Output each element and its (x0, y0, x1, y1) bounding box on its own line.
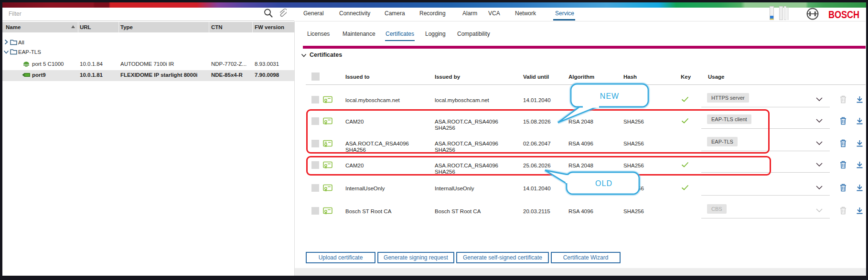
brand-name: BOSCH (828, 9, 859, 21)
usage-dropdown-icon (816, 208, 823, 212)
delete-certificate-icon[interactable] (839, 183, 847, 192)
device-type[interactable]: AUTODOME 7100i IR (120, 61, 174, 67)
section-accent-bar (303, 46, 866, 49)
usage-dropdown-icon[interactable] (816, 97, 823, 101)
new-callout-label: NEW (600, 92, 619, 100)
layout-slider-base (770, 19, 773, 20)
issued-by: Bosch ST Root CA (435, 208, 511, 215)
bosch-brand-color-bar (2, 2, 866, 8)
delete-certificate-icon[interactable] (839, 139, 847, 147)
tab-alarm[interactable]: Alarm (462, 10, 477, 17)
col-algorithm: Algorithm (568, 74, 594, 80)
delete-certificate-icon (839, 206, 847, 215)
download-certificate-icon[interactable] (856, 117, 863, 125)
device-ctn[interactable]: NDP-7702-Z... (211, 61, 246, 67)
device-name[interactable]: port 5 C1000 (32, 61, 64, 67)
folder-icon (10, 49, 17, 55)
download-certificate-icon[interactable] (856, 96, 863, 104)
generate-signing-request-button[interactable]: Generate signing request (377, 252, 454, 263)
collapse-section-icon[interactable] (301, 53, 307, 57)
tab-vca[interactable]: VCA (488, 10, 500, 17)
device-name[interactable]: port9 (32, 72, 46, 78)
download-certificate-icon[interactable] (856, 140, 863, 147)
issued-to: InternalUseOnly (345, 186, 427, 192)
usage-dropdown-icon[interactable] (816, 163, 823, 166)
box-camera-icon (22, 73, 30, 77)
certificate-icon (323, 96, 332, 104)
col-ctn[interactable]: CTN (211, 24, 223, 30)
col-hash: Hash (623, 74, 637, 80)
tab-network[interactable]: Network (515, 10, 536, 17)
delete-certificate-icon[interactable] (839, 116, 847, 125)
valid-until: 14.01.2040 (523, 97, 551, 104)
certificate-icon (323, 207, 332, 215)
subtab-compatibility[interactable]: Compatibility (457, 31, 490, 37)
configuration-manager-window: Filter General Connectivity Camera Recor… (0, 0, 868, 280)
subtab-logging[interactable]: Logging (425, 31, 446, 37)
tab-service[interactable]: Service (555, 10, 574, 17)
usage-value: CBS (707, 204, 727, 214)
col-issued-to: Issued to (345, 74, 369, 80)
old-callout-label: OLD (595, 179, 612, 187)
select-all-checkbox[interactable] (311, 73, 320, 81)
issued-to: Bosch ST Root CA (345, 208, 427, 215)
generate-self-signed-button[interactable]: Generate self-signed certificate (456, 252, 549, 263)
usage-dropdown-icon[interactable] (816, 119, 823, 123)
sort-ascending-icon[interactable] (71, 25, 75, 28)
valid-until: 20.03.2115 (523, 208, 550, 215)
valid-until: 14.01.2040 (523, 186, 551, 192)
usage-value: HTTPS server (707, 93, 749, 103)
download-certificate-icon[interactable] (856, 207, 863, 215)
row-checkbox[interactable] (311, 184, 319, 192)
algorithm: RSA 4096 (568, 208, 593, 215)
collapse-group-icon[interactable] (3, 50, 9, 54)
search-icon[interactable] (263, 8, 274, 19)
highlight-box-new-certs (306, 109, 770, 154)
col-type[interactable]: Type (120, 24, 133, 30)
device-fw[interactable]: 8.93.0031 (255, 61, 279, 67)
key-check-icon (681, 96, 689, 102)
subtab-licenses[interactable]: Licenses (307, 31, 330, 37)
issued-to: local.myboschcam.net (345, 97, 427, 104)
col-name[interactable]: Name (6, 24, 21, 30)
device-fw[interactable]: 7.90.0098 (255, 72, 279, 78)
upload-certificate-button[interactable]: Upload certificate (306, 252, 375, 263)
download-certificate-icon[interactable] (856, 184, 863, 192)
hash: SHA256 (623, 208, 644, 215)
device-url[interactable]: 10.0.1.84 (80, 61, 103, 67)
layout-toggle-3[interactable] (788, 6, 788, 20)
tree-item-group[interactable]: EAP-TLS (18, 49, 41, 55)
delete-certificate-icon[interactable] (839, 160, 847, 169)
expand-all-icon[interactable] (4, 39, 8, 45)
device-type[interactable]: FLEXIDOME IP starlight 8000i (120, 72, 197, 78)
col-url[interactable]: URL (80, 24, 91, 30)
device-url[interactable]: 10.0.1.81 (80, 72, 103, 78)
usage-dropdown-icon[interactable] (816, 186, 823, 189)
row-checkbox[interactable] (311, 96, 319, 104)
col-fw[interactable]: FW version (255, 24, 284, 30)
layout-toggle-1[interactable] (779, 6, 783, 20)
row-checkbox[interactable] (311, 207, 319, 215)
certificate-wizard-button[interactable]: Certificate Wizard (551, 252, 621, 263)
device-ctn[interactable]: NDE-85x4-R (211, 72, 243, 78)
layout-slider[interactable] (770, 6, 774, 20)
issued-by: InternalUseOnly (435, 186, 511, 192)
filter-input[interactable]: Filter (9, 10, 21, 17)
layout-toggle-2[interactable] (784, 6, 786, 20)
download-certificate-icon[interactable] (856, 161, 863, 169)
tab-camera[interactable]: Camera (385, 10, 405, 17)
usage-dropdown-icon[interactable] (816, 141, 823, 145)
device-table-header[interactable] (2, 22, 294, 32)
tab-general[interactable]: General (303, 10, 324, 17)
tree-item-all[interactable]: All (18, 40, 24, 45)
tab-recording[interactable]: Recording (419, 10, 446, 17)
subtab-maintenance[interactable]: Maintenance (343, 31, 375, 37)
attach-filter-icon[interactable] (278, 8, 287, 19)
highlight-box-old-cert (306, 156, 771, 176)
panel-divider (294, 21, 295, 276)
tab-connectivity[interactable]: Connectivity (339, 10, 370, 17)
certificate-icon (323, 184, 332, 192)
subtab-certificates[interactable]: Certificates (386, 31, 414, 37)
col-usage: Usage (708, 74, 725, 80)
col-valid-until: Valid until (523, 74, 549, 80)
